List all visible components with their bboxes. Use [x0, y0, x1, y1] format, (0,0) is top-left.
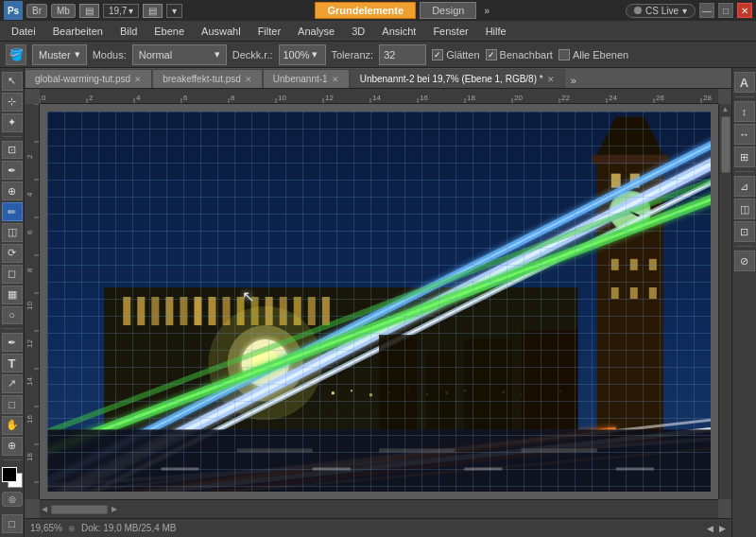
canvas-workspace[interactable]: ↖: [40, 104, 718, 499]
screen-mode[interactable]: □: [2, 514, 23, 533]
menu-filter[interactable]: Filter: [250, 24, 288, 39]
svg-text:10: 10: [26, 302, 34, 310]
vertical-scrollbar[interactable]: ▲: [718, 104, 731, 499]
menu-bearbeiten[interactable]: Bearbeiten: [45, 24, 111, 39]
ps-icon: Ps: [4, 1, 23, 20]
svg-text:4: 4: [26, 192, 34, 197]
minimize-btn[interactable]: —: [699, 3, 714, 18]
tab-close-global[interactable]: ✕: [134, 75, 142, 84]
stamp-tool[interactable]: ◫: [2, 223, 23, 242]
toleranz-label: Toleranz:: [332, 49, 374, 61]
view-btn[interactable]: ▤: [143, 4, 163, 18]
gradient-tool[interactable]: ▦: [2, 286, 23, 304]
toleranz-input[interactable]: 32: [379, 44, 426, 65]
menu-fenster[interactable]: Fenster: [425, 24, 475, 39]
svg-rect-54: [123, 297, 130, 325]
crop-tool[interactable]: ⊡: [2, 141, 23, 160]
vscroll-thumb[interactable]: [721, 116, 730, 173]
left-toolbar: ↖ ⊹ ✦ ⊡ ✒ ⊕ ✏ ◫ ⟳ ◻ ▦ ○ ✒ T ↗ □ ✋ ⊕ ◎ □: [0, 68, 25, 537]
tab-global-warming[interactable]: global-warming-tut.psd ✕: [25, 69, 152, 88]
svg-rect-104: [47, 429, 711, 492]
hand-tool[interactable]: ✋: [2, 416, 23, 435]
right-tool-4[interactable]: ⊿: [734, 176, 755, 197]
muster-dropdown[interactable]: Muster ▾: [32, 44, 87, 65]
right-tool-1[interactable]: ↕: [734, 101, 755, 122]
tab-unbenannt2[interactable]: Unbenannt-2 bei 19,7% (Ebene 1, RGB/8) *…: [350, 69, 565, 88]
tab-unbenannt1[interactable]: Unbenannt-1 ✕: [263, 69, 350, 88]
tab-close-break[interactable]: ✕: [245, 75, 252, 84]
view-arrow[interactable]: ▾: [166, 4, 182, 18]
main-layout: ↖ ⊹ ✦ ⊡ ✒ ⊕ ✏ ◫ ⟳ ◻ ▦ ○ ✒ T ↗ □ ✋ ⊕ ◎ □ …: [0, 68, 756, 537]
svg-text:12: 12: [325, 94, 334, 102]
quick-select-tool[interactable]: ✦: [2, 113, 23, 132]
eraser-tool[interactable]: ◻: [2, 265, 23, 284]
tab-close-un2[interactable]: ✕: [547, 75, 555, 84]
quick-mask-mode[interactable]: ◎: [2, 492, 23, 507]
svg-rect-113: [351, 390, 352, 391]
alle-ebenen-checkbox[interactable]: Alle Ebenen: [558, 49, 628, 61]
canvas-image-area[interactable]: ↖: [47, 112, 711, 492]
svg-rect-106: [379, 448, 455, 452]
healing-tool[interactable]: ⊕: [2, 182, 23, 200]
right-tool-7[interactable]: ⊘: [734, 251, 755, 271]
nav-overflow[interactable]: »: [480, 6, 493, 16]
workspace-mode-btn[interactable]: ▤: [79, 4, 99, 18]
menu-auswahl[interactable]: Auswahl: [194, 24, 249, 39]
path-select[interactable]: ↗: [2, 374, 23, 393]
lasso-tool[interactable]: ⊹: [2, 93, 23, 112]
zoom-tool[interactable]: ⊕: [2, 437, 23, 456]
benachbart-checkbox[interactable]: ✓ Benachbart: [486, 49, 553, 61]
cs-live-btn[interactable]: CS Live ▾: [626, 4, 696, 18]
right-tool-5[interactable]: ◫: [734, 199, 755, 219]
minibrdige-badge[interactable]: Mb: [51, 4, 76, 18]
tab-breakeffekt[interactable]: breakeffekt-tut.psd ✕: [152, 69, 263, 88]
foreground-color[interactable]: [2, 467, 17, 482]
horizontal-scrollbar[interactable]: ◀ ▶: [40, 499, 718, 518]
design-btn[interactable]: Design: [420, 2, 476, 19]
maximize-btn[interactable]: □: [718, 3, 733, 18]
right-tool-2[interactable]: ↔: [734, 124, 755, 145]
menu-ansicht[interactable]: Ansicht: [374, 24, 423, 39]
menu-analyse[interactable]: Analyse: [290, 24, 342, 39]
dodge-tool[interactable]: ○: [2, 306, 23, 325]
tab-bar: global-warming-tut.psd ✕ breakeffekt-tut…: [25, 68, 731, 89]
text-tool[interactable]: T: [2, 354, 23, 372]
menu-3d[interactable]: 3D: [344, 24, 372, 39]
color-swatches[interactable]: [2, 467, 23, 486]
right-text-tool[interactable]: A: [734, 72, 755, 93]
tab-close-un1[interactable]: ✕: [332, 75, 339, 84]
vscroll-up[interactable]: ▲: [722, 104, 730, 114]
deckk-input[interactable]: 100% ▾: [279, 44, 326, 65]
glatten-checkbox[interactable]: ✓ Glätten: [432, 49, 479, 61]
bridge-badge[interactable]: Br: [26, 4, 47, 18]
brush-tool[interactable]: ✏: [2, 202, 23, 221]
hscroll-left[interactable]: ◀: [40, 505, 49, 513]
svg-rect-109: [313, 468, 351, 471]
pen-tool[interactable]: ✒: [2, 333, 23, 352]
eyedropper-tool[interactable]: ✒: [2, 161, 23, 180]
menu-hilfe[interactable]: Hilfe: [478, 24, 514, 39]
scroll-position-left[interactable]: ◀: [707, 524, 713, 533]
scroll-position-right[interactable]: ▶: [719, 524, 726, 533]
grundelemente-btn[interactable]: Grundelemente: [315, 2, 416, 19]
shape-tool[interactable]: □: [2, 395, 23, 414]
tab-overflow[interactable]: »: [565, 73, 582, 88]
menu-datei[interactable]: Datei: [4, 24, 43, 39]
modus-label: Modus:: [93, 49, 127, 61]
svg-text:12: 12: [26, 339, 34, 348]
close-btn[interactable]: ✕: [737, 3, 752, 18]
right-tool-3[interactable]: ⊞: [734, 147, 755, 167]
hscroll-right[interactable]: ▶: [110, 505, 119, 513]
zoom-title[interactable]: 19,7 ▾: [103, 4, 139, 18]
menu-bild[interactable]: Bild: [112, 24, 145, 39]
hscroll-thumb[interactable]: [51, 505, 108, 514]
canvas-container[interactable]: 0 2 4 6 8 10 12 14 16: [25, 89, 731, 518]
history-brush[interactable]: ⟳: [2, 244, 23, 263]
right-tool-6[interactable]: ⊡: [734, 221, 755, 242]
menu-ebene[interactable]: Ebene: [146, 24, 192, 39]
move-tool[interactable]: ↖: [2, 72, 23, 91]
benachbart-check: ✓: [486, 49, 497, 61]
modus-dropdown[interactable]: Normal ▾: [132, 44, 227, 65]
svg-rect-84: [649, 259, 657, 270]
bucket-tool-icon[interactable]: 🪣: [6, 44, 26, 65]
